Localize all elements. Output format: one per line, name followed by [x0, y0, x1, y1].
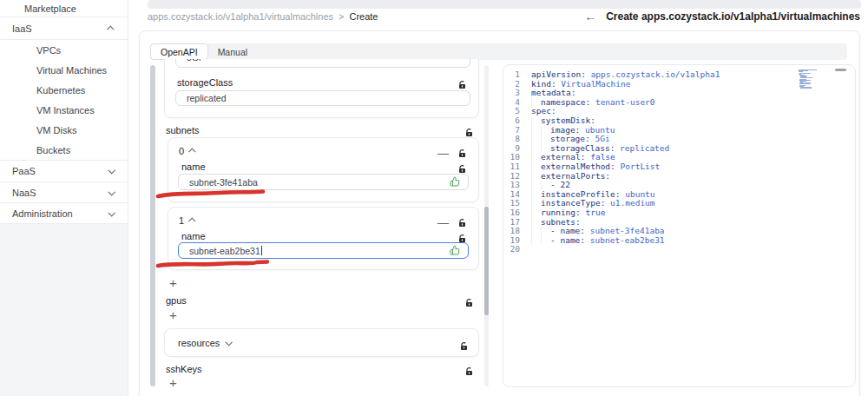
yaml-editor[interactable]: 1apiVersion: apps.cozystack.io/v1alpha12… [503, 64, 856, 387]
sidebar-item-iaas[interactable]: IaaS [0, 17, 128, 40]
lock-icon[interactable] [458, 215, 466, 231]
code-line: 19- name: subnet-eab2be31 [503, 236, 855, 246]
add-sshkey-button[interactable]: + [169, 376, 177, 389]
sidebar-item-label: IaaS [12, 23, 32, 34]
sidebar-item-naas[interactable]: NaaS [0, 182, 128, 203]
indent-guide [531, 172, 541, 182]
sidebar-item-paas[interactable]: PaaS [0, 161, 128, 182]
line-number: 6 [503, 116, 531, 126]
subnet-0-header[interactable]: 0 [179, 146, 195, 156]
editor-minimap[interactable] [799, 69, 822, 89]
code-token: subnet-eab2be31 [585, 236, 665, 246]
code-line: 11externalMethod: PortList [503, 162, 855, 172]
lock-icon[interactable] [465, 364, 473, 380]
line-number: 11 [503, 162, 531, 172]
indent-guide [541, 126, 550, 135]
openapi-form: 5Gi storageClass replicated subnets 0 — [147, 59, 496, 396]
chevron-down-icon [108, 188, 115, 195]
code-token: running: [541, 208, 581, 218]
add-subnet-button[interactable]: + [169, 276, 177, 289]
back-arrow-icon[interactable]: ← [584, 10, 596, 23]
sidebar-item-label: Buckets [36, 145, 70, 155]
code-token: name: [560, 236, 585, 246]
sidebar-item-kubernetes[interactable]: Kubernetes [0, 80, 128, 100]
sidebar-item-label: VM Disks [36, 125, 76, 135]
yaml-code: 1apiVersion: apps.cozystack.io/v1alpha12… [503, 65, 855, 254]
remove-item-button[interactable]: — [437, 148, 449, 159]
lock-icon[interactable] [460, 339, 468, 354]
lock-icon[interactable] [458, 146, 466, 162]
sidebar-item-buckets[interactable]: Buckets [0, 140, 128, 161]
resources-toggle[interactable]: resources [178, 338, 231, 348]
code-token: PortList [615, 162, 660, 172]
code-line: 6systemDisk: [503, 116, 855, 126]
indent-guide [531, 116, 541, 126]
resources-label: resources [178, 338, 220, 348]
minimap-line [799, 73, 811, 74]
subnet-item-0-card: 0 — name subnet-3fe41aba [168, 137, 479, 202]
systemdisk-card: 5Gi storageClass replicated [164, 59, 479, 118]
indent-guide [531, 199, 541, 208]
line-number: 20 [503, 245, 531, 254]
sidebar-item-label: VM Instances [36, 105, 95, 116]
tab-openapi[interactable]: OpenAPI [150, 43, 208, 60]
subnet-0-name-input[interactable]: subnet-3fe41aba [178, 174, 469, 190]
breadcrumb-current: Create [349, 11, 378, 22]
line-number: 16 [503, 208, 531, 218]
lock-icon[interactable] [465, 295, 473, 311]
sidebar-item-label: NaaS [12, 188, 36, 198]
sidebar-item-administration[interactable]: Administration [0, 203, 128, 224]
sidebar-item-vm-instances[interactable]: VM Instances [0, 100, 128, 120]
sidebar-item-label: Virtual Machines [36, 65, 107, 76]
thumbs-up-icon[interactable] [450, 245, 460, 257]
indent-guide [531, 144, 541, 154]
chevron-down-icon [226, 339, 233, 346]
storageclass-value: replicated [187, 93, 227, 103]
sidebar-item-virtual-machines[interactable]: Virtual Machines [0, 60, 128, 80]
breadcrumb-separator: > [339, 11, 344, 22]
indent-guide [531, 227, 541, 236]
form-scrollbar-thumb[interactable] [484, 207, 489, 315]
add-gpu-button[interactable]: + [169, 308, 177, 321]
indent-guide [541, 236, 550, 246]
top-toolbar-strip [148, 0, 861, 9]
page-title: ← Create apps.cozystack.io/v1alpha1/virt… [584, 10, 860, 23]
chevron-up-icon [188, 148, 195, 155]
thumbs-up-icon[interactable] [450, 176, 460, 188]
sidebar-item-label: Administration [12, 208, 73, 219]
code-token: apps.cozystack.io/v1alpha1 [586, 70, 720, 80]
sidebar-empty-area [0, 224, 128, 396]
sidebar-item-vpcs[interactable]: VPCs [0, 40, 128, 60]
resources-card: resources [164, 328, 479, 357]
sidebar: MarketplaceIaaSVPCsVirtual MachinesKuber… [0, 0, 128, 396]
breadcrumb-path[interactable]: apps.cozystack.io/v1alpha1/virtualmachin… [148, 11, 333, 22]
code-line: 16running: true [503, 208, 855, 218]
chevron-up-icon [188, 217, 195, 224]
gpus-label: gpus [166, 295, 187, 306]
form-left-scrollbar[interactable] [150, 65, 155, 386]
subnets-label: subnets [166, 125, 200, 135]
indent-guide [531, 236, 541, 246]
indent-guide [531, 135, 541, 144]
code-line: 4namespace: tenant-user0 [503, 98, 855, 108]
sidebar-item-marketplace[interactable]: Marketplace [0, 0, 128, 17]
code-line: 20 [503, 245, 855, 254]
line-number: 1 [503, 70, 531, 80]
subnet-0-name-value: subnet-3fe41aba [189, 177, 258, 188]
tab-manual[interactable]: Manual [208, 43, 257, 60]
sidebar-item-vm-disks[interactable]: VM Disks [0, 120, 128, 140]
page-title-text: Create apps.cozystack.io/v1alpha1/virtua… [606, 10, 860, 23]
subnet-item-1-card: 1 — name subnet-eab2be31 [168, 207, 479, 270]
indent-guide [531, 153, 541, 162]
create-form-card: OpenAPI Manual 5Gi storageClass replicat… [139, 30, 860, 396]
subnet-1-name-input[interactable]: subnet-eab2be31 [178, 242, 469, 259]
editor-scrollbar-thumb[interactable] [835, 69, 846, 71]
subnet-1-index: 1 [179, 215, 184, 226]
storage-input[interactable]: 5Gi [175, 59, 470, 68]
storageclass-input[interactable]: replicated [175, 90, 470, 106]
code-token: - [550, 236, 560, 246]
sidebar-item-label: VPCs [36, 45, 61, 56]
subnet-1-header[interactable]: 1 [179, 215, 195, 226]
sidebar-item-label: PaaS [12, 166, 36, 176]
remove-item-button[interactable]: — [437, 217, 449, 228]
